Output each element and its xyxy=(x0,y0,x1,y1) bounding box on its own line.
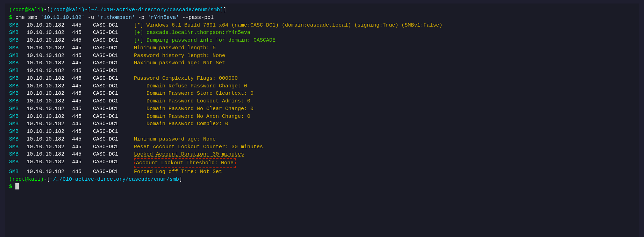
port-col: 445 xyxy=(72,143,93,151)
output-row-1: SMB 10.10.10.182 445 CASC-DC1 [*] Window… xyxy=(9,22,635,29)
port-col: 445 xyxy=(72,52,93,60)
ip-col: 10.10.10.182 xyxy=(27,105,72,113)
host-col: CASC-DC1 xyxy=(93,22,134,29)
host-col: CASC-DC1 xyxy=(93,151,134,158)
output-row-17: SMB 10.10.10.182 445 CASC-DC1 Reset Acco… xyxy=(9,143,635,151)
port-col: 445 xyxy=(72,90,93,98)
msg-col: Locked Account Duration: 30 minutes xyxy=(134,151,244,158)
smb-label: SMB xyxy=(9,151,27,158)
smb-label: SMB xyxy=(9,113,27,121)
ip-col: 10.10.10.182 xyxy=(27,90,72,98)
smb-label: SMB xyxy=(9,44,27,52)
port-col: 445 xyxy=(72,120,93,128)
port-col: 445 xyxy=(72,22,93,29)
host-col: CASC-DC1 xyxy=(93,105,134,113)
output-row-13: SMB 10.10.10.182 445 CASC-DC1 Domain Pas… xyxy=(9,113,635,121)
port-col: 445 xyxy=(72,44,93,52)
cmd-u-flag: -u xyxy=(85,14,97,22)
prompt-bracket-bottom: ] xyxy=(179,176,182,184)
cmd-ip-arg: '10.10.10.182' xyxy=(41,14,85,22)
host-col: CASC-DC1 xyxy=(93,59,134,67)
account-lockout-threshold: Account Lockout Threshold: None xyxy=(134,158,236,168)
msg-col: Forced Log off Time: Not Set xyxy=(134,168,222,176)
host-col: CASC-DC1 xyxy=(93,44,134,52)
prompt-dash: -[ xyxy=(44,6,50,14)
port-col: 445 xyxy=(72,158,93,168)
dollar-cursor: $ xyxy=(9,183,15,191)
prompt-path-bottom: ~/…/010-active-directory/cascade/enum/sm… xyxy=(50,176,179,184)
port-col: 445 xyxy=(72,59,93,67)
ip-col: 10.10.10.182 xyxy=(27,98,72,105)
host-col: CASC-DC1 xyxy=(93,98,134,105)
msg-col: Domain Password Lockout Admins: 0 xyxy=(134,98,250,105)
cmd-pass-pol-flag: --pass-pol xyxy=(179,14,214,22)
msg-col: Domain Refuse Password Change: 0 xyxy=(134,82,247,90)
ip-col: 10.10.10.182 xyxy=(27,29,72,37)
smb-label: SMB xyxy=(9,143,27,151)
output-row-16: SMB 10.10.10.182 445 CASC-DC1 Minimum pa… xyxy=(9,136,635,143)
msg-col: Domain Password Complex: 0 xyxy=(134,120,228,128)
host-col: CASC-DC1 xyxy=(93,113,134,121)
ip-col: 10.10.10.182 xyxy=(27,22,72,29)
ip-col: 10.10.10.182 xyxy=(27,113,72,121)
dollar-sign: $ xyxy=(9,14,15,22)
smb-label: SMB xyxy=(9,168,27,176)
bottom-prompt-line: (root@kali)-[~/…/010-active-directory/ca… xyxy=(9,176,635,184)
output-row-6: SMB 10.10.10.182 445 CASC-DC1 Maximum pa… xyxy=(9,59,635,67)
ip-col: 10.10.10.182 xyxy=(27,143,72,151)
msg-col: Password history length: None xyxy=(134,52,225,60)
port-col: 445 xyxy=(72,67,93,75)
top-prompt-line: (root@kali)-[(root@kali)-[~/…/010-active… xyxy=(9,6,635,14)
output-row-2: SMB 10.10.10.182 445 CASC-DC1 [+] cascad… xyxy=(9,29,635,37)
host-col: CASC-DC1 xyxy=(93,37,134,44)
host-col: CASC-DC1 xyxy=(93,158,134,168)
prompt-path: (root@kali)-[~/…/010-active-directory/ca… xyxy=(50,6,223,14)
msg-col: Password Complexity Flags: 000000 xyxy=(134,75,238,82)
msg-col: Minimum password length: 5 xyxy=(134,44,216,52)
smb-label: SMB xyxy=(9,98,27,105)
smb-label: SMB xyxy=(9,75,27,82)
msg-col: [+] Dumping password info for domain: CA… xyxy=(134,37,276,44)
msg-col: Domain Password No Anon Change: 0 xyxy=(134,113,250,121)
port-col: 445 xyxy=(72,37,93,44)
ip-col: 10.10.10.182 xyxy=(27,44,72,52)
smb-label: SMB xyxy=(9,22,27,29)
ip-col: 10.10.10.182 xyxy=(27,67,72,75)
ip-col: 10.10.10.182 xyxy=(27,52,72,60)
output-row-14: SMB 10.10.10.182 445 CASC-DC1 Domain Pas… xyxy=(9,120,635,128)
host-col: CASC-DC1 xyxy=(93,75,134,82)
msg-col: Domain Password Store Cleartext: 0 xyxy=(134,90,253,98)
output-row-7: SMB 10.10.10.182 445 CASC-DC1 xyxy=(9,67,635,75)
host-col: CASC-DC1 xyxy=(93,143,134,151)
cmd-p-flag: -p xyxy=(135,14,148,22)
ip-col: 10.10.10.182 xyxy=(27,59,72,67)
cursor-block xyxy=(15,183,19,189)
cmd-pass-arg: 'rY4n5eva' xyxy=(148,14,179,22)
prompt-bracket: ] xyxy=(223,6,226,14)
msg-col: Domain Password No Clear Change: 0 xyxy=(134,105,253,113)
host-col: CASC-DC1 xyxy=(93,82,134,90)
output-row-3: SMB 10.10.10.182 445 CASC-DC1 [+] Dumpin… xyxy=(9,37,635,44)
smb-label: SMB xyxy=(9,37,27,44)
smb-label: SMB xyxy=(9,120,27,128)
prompt-dash-bottom: -[ xyxy=(44,176,50,184)
output-row-4: SMB 10.10.10.182 445 CASC-DC1 Minimum pa… xyxy=(9,44,635,52)
smb-label: SMB xyxy=(9,52,27,60)
ip-col: 10.10.10.182 xyxy=(27,120,72,128)
msg-col: Maximum password age: Not Set xyxy=(134,59,225,67)
host-col: CASC-DC1 xyxy=(93,67,134,75)
msg-col: Reset Account Lockout Counter: 30 minute… xyxy=(134,143,263,151)
output-row-20: SMB 10.10.10.182 445 CASC-DC1 Forced Log… xyxy=(9,168,635,176)
ip-col: 10.10.10.182 xyxy=(27,168,72,176)
cmd-user-arg: 'r.thompson' xyxy=(97,14,135,22)
smb-label: SMB xyxy=(9,90,27,98)
host-col: CASC-DC1 xyxy=(93,136,134,143)
cursor-line[interactable]: $ xyxy=(9,183,635,191)
terminal-window: (root@kali)-[(root@kali)-[~/…/010-active… xyxy=(5,3,639,237)
port-col: 445 xyxy=(72,75,93,82)
ip-col: 10.10.10.182 xyxy=(27,128,72,136)
output-row-18: SMB 10.10.10.182 445 CASC-DC1 Locked Acc… xyxy=(9,151,635,158)
ip-col: 10.10.10.182 xyxy=(27,151,72,158)
host-col: CASC-DC1 xyxy=(93,120,134,128)
smb-label: SMB xyxy=(9,158,27,168)
